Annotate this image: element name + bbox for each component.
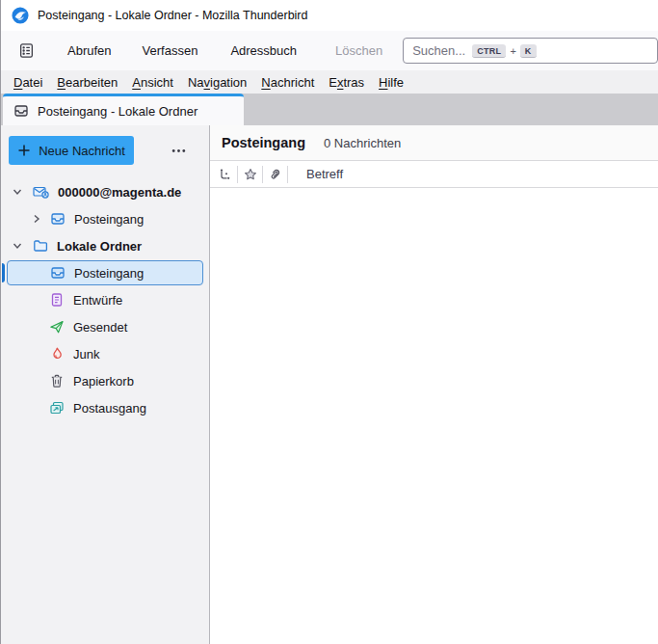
menu-ansicht[interactable]: Ansicht [126, 72, 179, 93]
main-toolbar: Abrufen Verfassen Adressbuch Löschen CTR… [1, 31, 658, 70]
account-mail-icon [33, 184, 49, 200]
sent-icon [49, 319, 65, 335]
folder-icon [33, 238, 48, 254]
inbox-icon [13, 103, 29, 119]
search-input[interactable] [412, 43, 472, 58]
delete-button: Löschen [331, 38, 386, 64]
message-list-header: Posteingang 0 Nachrichten [210, 125, 658, 161]
chevron-down-icon[interactable] [13, 187, 22, 197]
folder-label: Papierkorb [73, 374, 134, 389]
chevron-down-icon[interactable] [13, 241, 22, 251]
address-book-button[interactable]: Adressbuch [226, 38, 301, 64]
folder-row-postausgang[interactable]: Postausgang [1, 394, 209, 421]
thunderbird-logo-icon [12, 7, 29, 24]
folder-row-lokale-ordner[interactable]: Lokale Ordner [1, 232, 209, 259]
outbox-icon [49, 400, 65, 416]
spaces-toolbar-toggle-icon[interactable] [13, 39, 39, 64]
menu-datei[interactable]: Datei [8, 72, 48, 93]
folder-pane-header: Neue Nachricht [1, 125, 209, 165]
folder-label: 000000@magenta.de [58, 185, 181, 200]
search-box[interactable]: CTRL + K [403, 38, 658, 64]
column-separator [287, 166, 288, 183]
menu-nachricht[interactable]: Nachricht [255, 72, 320, 93]
trash-icon [49, 373, 65, 389]
shortcut-plus: + [510, 45, 515, 57]
folder-label: Entwürfe [73, 293, 122, 308]
chevron-right-icon[interactable] [32, 214, 41, 224]
folder-row-account[interactable]: 000000@magenta.de [1, 178, 209, 205]
body: Neue Nachricht [1, 125, 658, 644]
column-header-row: Betreff [210, 161, 658, 188]
message-list-empty[interactable] [210, 188, 658, 644]
folder-label: Lokale Ordner [57, 239, 142, 254]
shortcut-key-ctrl: CTRL [472, 44, 506, 58]
thunderbird-window: Posteingang - Lokale Ordner - Mozilla Th… [0, 0, 658, 644]
tab-posteingang-lokale-ordner[interactable]: Posteingang - Lokale Ordner [3, 94, 244, 125]
folder-label: Posteingang [74, 266, 144, 281]
folder-row-posteingang-account[interactable]: Posteingang [1, 205, 209, 232]
folder-label: Junk [73, 347, 99, 362]
menubar: Datei Bearbeiten Ansicht Navigation Nach… [1, 70, 658, 94]
window-title: Posteingang - Lokale Ordner - Mozilla Th… [38, 9, 307, 22]
folder-row-papierkorb[interactable]: Papierkorb [1, 367, 209, 394]
folder-label: Gesendet [73, 320, 127, 335]
subject-column-header[interactable]: Betreff [306, 167, 343, 181]
new-message-button[interactable]: Neue Nachricht [9, 136, 134, 165]
star-column-icon[interactable] [238, 168, 262, 181]
menu-extras[interactable]: Extras [323, 72, 370, 93]
folder-row-posteingang-selected[interactable]: Posteingang [7, 260, 203, 285]
menu-bearbeiten[interactable]: Bearbeiten [51, 72, 123, 93]
selection-indicator [2, 263, 5, 282]
attachment-column-icon[interactable] [263, 168, 287, 181]
junk-icon [49, 346, 65, 362]
folder-row-gesendet[interactable]: Gesendet [1, 313, 209, 340]
inbox-icon [50, 265, 66, 281]
tab-label: Posteingang - Lokale Ordner [38, 104, 197, 119]
get-messages-button[interactable]: Abrufen [64, 38, 116, 64]
write-message-button[interactable]: Verfassen [139, 38, 202, 64]
folder-label: Postausgang [73, 401, 146, 416]
message-list-pane: Posteingang 0 Nachrichten [210, 125, 658, 644]
drafts-icon [49, 292, 65, 308]
inbox-icon [50, 211, 66, 227]
current-folder-title: Posteingang [222, 135, 305, 150]
folder-pane-options-icon[interactable] [166, 143, 192, 159]
message-count: 0 Nachrichten [324, 136, 401, 150]
menu-hilfe[interactable]: Hilfe [373, 72, 409, 93]
thread-column-icon[interactable] [213, 168, 237, 181]
tab-strip: Posteingang - Lokale Ordner [1, 94, 658, 125]
titlebar: Posteingang - Lokale Ordner - Mozilla Th… [1, 0, 658, 31]
shortcut-key-k: K [520, 44, 537, 58]
folder-tree: 000000@magenta.de Posteingang [1, 178, 209, 421]
folder-label: Posteingang [74, 212, 144, 227]
folder-row-junk[interactable]: Junk [1, 340, 209, 367]
folder-row-entwuerfe[interactable]: Entwürfe [1, 286, 209, 313]
menu-navigation[interactable]: Navigation [182, 72, 252, 93]
folder-pane: Neue Nachricht [1, 125, 210, 644]
plus-icon [17, 144, 31, 157]
